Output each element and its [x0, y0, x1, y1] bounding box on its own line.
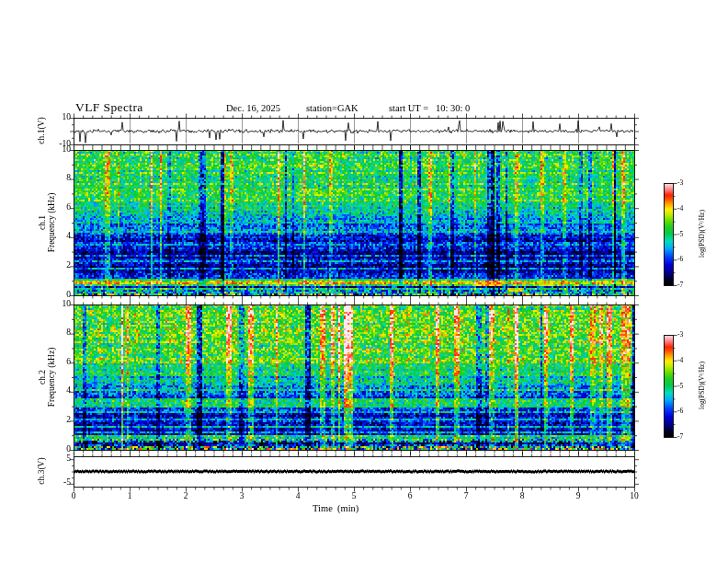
y-tick-label: 10	[63, 113, 72, 122]
colorbar-tick-label: -7	[677, 282, 683, 289]
y-tick-label: 4	[66, 232, 71, 241]
ch1-channel-label: ch.1	[38, 193, 47, 253]
y-tick-label: 0	[66, 445, 71, 454]
colorbar-ch2-label: log(PSD)(V²/Hz)	[698, 362, 706, 409]
x-tick-label: 5	[340, 492, 368, 501]
x-tick-label: 9	[564, 492, 592, 501]
start-ut-label: start UT = 10: 30: 0	[389, 104, 470, 114]
colorbar-tick-label: -4	[677, 205, 683, 213]
x-tick-label: 3	[228, 492, 256, 501]
colorbar-tick-label: -3	[677, 179, 683, 187]
y-tick-label: 10	[63, 300, 72, 309]
colorbar-tick-label: -6	[677, 256, 683, 263]
colorbar-tick-label: -5	[677, 231, 683, 238]
colorbar-tick-label: -4	[677, 357, 683, 364]
y-tick-label: 8	[66, 328, 71, 338]
spectra-plot-canvas	[0, 0, 728, 563]
colorbar-tick-label: -3	[677, 331, 683, 339]
y-tick-label: 6	[66, 358, 71, 367]
x-tick-label: 10	[620, 492, 648, 501]
time-axis-label: Time (min)	[313, 504, 358, 514]
colorbar-tick-label: -6	[677, 408, 683, 415]
date-label: Dec. 16, 2025	[226, 104, 280, 114]
x-tick-label: 6	[396, 492, 424, 501]
y-tick-label: 2	[66, 416, 71, 425]
y-tick-label: 2	[66, 261, 71, 270]
y-tick-label: 6	[66, 203, 71, 213]
station-label: station=GAK	[306, 104, 358, 114]
colorbar-tick-label: -5	[677, 383, 683, 390]
x-tick-label: 0	[60, 492, 87, 501]
x-tick-label: 1	[116, 492, 143, 501]
y-tick-label: 0	[66, 291, 71, 300]
y-tick-label: 4	[66, 386, 71, 396]
ch3-voltage-axis-label: ch.3(V)	[37, 457, 46, 484]
y-tick-label: -10	[59, 140, 71, 149]
y-tick-label: 8	[66, 174, 71, 183]
ch2-frequency-axis-label: Frequency (kHz)	[47, 348, 56, 408]
x-tick-label: 7	[452, 492, 480, 501]
y-tick-label: -5	[63, 478, 71, 488]
ch1-spectrogram-axis-label: ch.1 Frequency (kHz)	[38, 193, 56, 253]
ch2-channel-label: ch.2	[38, 348, 47, 408]
y-tick-label: 5	[66, 454, 71, 464]
ch2-spectrogram-axis-label: ch.2 Frequency (kHz)	[38, 348, 56, 408]
colorbar-ch1-label: log(PSD)(V²/Hz)	[698, 210, 706, 258]
x-tick-label: 4	[284, 492, 312, 501]
x-tick-label: 2	[172, 492, 199, 501]
ch1-frequency-axis-label: Frequency (kHz)	[47, 193, 56, 253]
ch1-voltage-axis-label: ch.1(V)	[37, 117, 46, 144]
colorbar-tick-label: -7	[677, 433, 683, 441]
x-tick-label: 8	[508, 492, 536, 501]
figure-title: VLF Spectra	[75, 101, 143, 114]
vlf-spectra-figure: VLF Spectra Dec. 16, 2025 station=GAK st…	[0, 0, 728, 563]
